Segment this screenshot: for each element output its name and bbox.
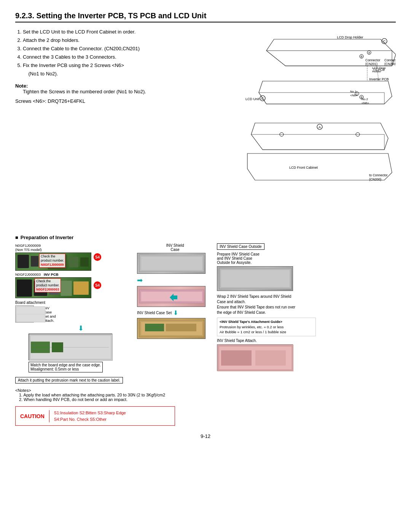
svg-text:B: B xyxy=(361,96,363,99)
instructions-block: Set the LCD Unit to the LCD Front Cabine… xyxy=(15,28,228,227)
screws-info: Screws <N6>: DRQT26+E4FKL xyxy=(15,98,228,104)
svg-text:(CN200): (CN200) xyxy=(384,62,396,66)
notes-title: <Notes> xyxy=(15,388,396,393)
inv-pcb-label: INV PCB xyxy=(44,272,59,276)
svg-text:LCD Front Cabinet: LCD Front Cabinet xyxy=(289,166,318,169)
svg-rect-67 xyxy=(145,324,164,331)
svg-text:LCD Drop Holder: LCD Drop Holder xyxy=(337,35,363,39)
svg-rect-53 xyxy=(16,307,45,322)
svg-text:No.2: No.2 xyxy=(362,97,368,101)
prepare-text: Prepare INV Shield Caseand INV Shield Ca… xyxy=(217,252,396,265)
item2-check-text: Check theproduct number.N0GF2J000003 xyxy=(36,279,59,291)
svg-rect-74 xyxy=(255,350,286,366)
svg-rect-47 xyxy=(80,257,89,267)
svg-text:(CN201): (CN201) xyxy=(365,62,378,66)
svg-rect-58 xyxy=(31,342,50,353)
svg-text:LCD Drop: LCD Drop xyxy=(372,66,386,70)
svg-rect-51 xyxy=(61,281,72,296)
wrap-text: Wrap 2 INV Shield Tapes around INV Shiel… xyxy=(217,294,396,315)
down-arrow-3: ⬇ xyxy=(173,309,178,316)
svg-rect-46 xyxy=(69,257,78,267)
match-label: Match the board edge and the case edge.M… xyxy=(29,362,103,372)
svg-text:Connector: Connector xyxy=(384,58,396,62)
svg-text:C: C xyxy=(261,97,264,101)
note-label: Note: xyxy=(15,83,28,89)
svg-text:Inverter PCB: Inverter PCB xyxy=(369,77,389,81)
screws-text: Screws <N6>: DRQT26+E4FKL xyxy=(15,98,228,104)
tape-guide: <INV Shield Tape's Attachment Guide> Pro… xyxy=(217,318,316,336)
svg-text:Connector: Connector xyxy=(365,58,380,62)
item1-label: N0GF1J000009(Non T/S model) xyxy=(15,243,42,252)
svg-text:(CN200): (CN200) xyxy=(369,177,381,181)
note-text: Tighten the Screws in the numbered order… xyxy=(23,89,228,94)
step-1: Set the LCD Unit to the LCD Front Cabine… xyxy=(23,28,228,36)
arrow-right-1: ➡ xyxy=(137,276,143,284)
svg-text:1: 1 xyxy=(356,93,358,95)
svg-rect-52 xyxy=(73,281,89,295)
svg-rect-48 xyxy=(17,280,32,297)
svg-rect-73 xyxy=(221,350,252,366)
note-2: 2. When handling INV PCB, do not bend or… xyxy=(19,397,396,402)
attach-label: Attach it putting the protrusion mark ne… xyxy=(15,377,123,383)
svg-text:Holder: Holder xyxy=(372,70,381,73)
svg-rect-61 xyxy=(141,257,202,270)
caution-content: S1:Insulation S2:Bitten S3:Sharp EdgeS4:… xyxy=(49,407,131,425)
board-attach-label: Board attachment xyxy=(15,300,57,305)
svg-marker-31 xyxy=(251,134,384,150)
page-number: 9-12 xyxy=(15,433,396,439)
prep-section: Preparation of Inverter N0GF1J000009(Non… xyxy=(15,235,396,426)
svg-rect-68 xyxy=(166,324,196,331)
svg-text:No.1: No.1 xyxy=(350,90,357,93)
step-2: Attach the 2 drop holders. xyxy=(23,36,228,45)
caution-box: CAUTION S1:Insulation S2:Bitten S3:Sharp… xyxy=(15,406,175,426)
tape-protrusion: Protrusion by wrinkles, etc. = 0.2 or le… xyxy=(220,324,313,329)
svg-text:C: C xyxy=(383,40,386,43)
svg-rect-43 xyxy=(31,256,38,267)
svg-rect-59 xyxy=(52,342,63,352)
step-4: Connect the 3 Cables to the 3 Connectors… xyxy=(23,53,228,61)
item2-label: N0GF2J000003 xyxy=(15,272,41,276)
svg-text:A: A xyxy=(319,125,321,129)
step-5: Fix the Inverter PCB using the 2 Screws … xyxy=(23,61,228,78)
page-title: 9.2.3. Setting the Inverter PCB, TS PCB … xyxy=(15,11,396,22)
svg-text:<N6>: <N6> xyxy=(362,101,369,105)
item1-check-text: Check theproduct number.N0GF1J000009 xyxy=(41,254,64,267)
note-1: 1. Apply the load when attaching the att… xyxy=(19,393,396,397)
s4-badge-1: S4 xyxy=(94,253,101,261)
step-3: Connect the Cable to the Connector. (CN2… xyxy=(23,45,228,53)
svg-text:to Connector: to Connector xyxy=(369,173,388,177)
note-block: Note: Tighten the Screws in the numbered… xyxy=(15,83,228,94)
inv-shield-case-set-label: INV Shield Case Set xyxy=(137,311,172,315)
caution-label: CAUTION xyxy=(16,410,49,422)
inv-shield-outside-label: INV Shield Case Outside xyxy=(217,243,264,250)
down-arrow-2: ⬇ xyxy=(29,324,133,332)
svg-text:A: A xyxy=(368,51,370,54)
svg-rect-70 xyxy=(221,270,290,287)
notes-block: <Notes> 1. Apply the load when attaching… xyxy=(15,388,396,402)
assembly-diagram: LCD Drop Holder C Connector (CN201) TS P… xyxy=(236,28,396,227)
tape-guide-title: <INV Shield Tape's Attachment Guide> xyxy=(220,320,313,324)
inv-shield-case-label: INV ShieldCase xyxy=(166,243,184,252)
svg-text:B: B xyxy=(361,55,363,58)
svg-text:LCD Unit: LCD Unit xyxy=(245,97,260,101)
tape-attach-label: INV Shield Tape Attach. xyxy=(217,339,396,343)
tape-bubble: Air Bubble = 1 cm2 or less / 1 bubble si… xyxy=(220,329,313,334)
prep-title: Preparation of Inverter xyxy=(15,235,396,240)
steps-list: Set the LCD Unit to the LCD Front Cabine… xyxy=(23,28,228,78)
diagram-svg: LCD Drop Holder C Connector (CN201) TS P… xyxy=(236,28,396,226)
svg-rect-42 xyxy=(18,255,29,268)
s4-badge-2: S4 xyxy=(94,281,101,289)
